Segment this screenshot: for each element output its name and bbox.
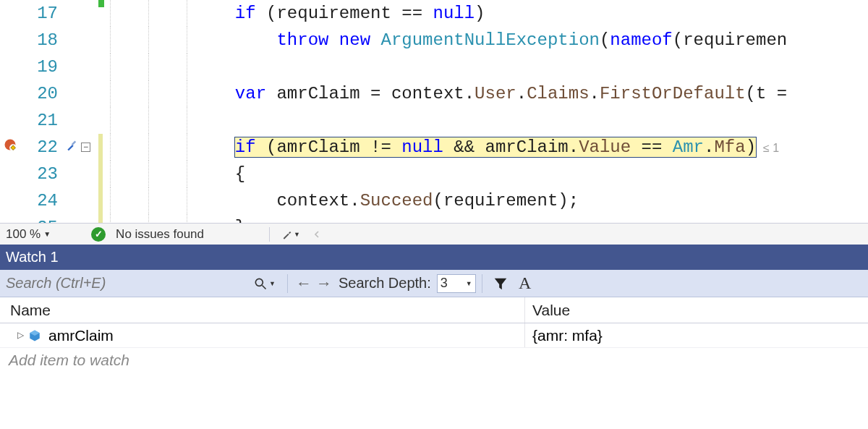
gutter[interactable] bbox=[0, 54, 20, 80]
code-line[interactable]: 20 var amrClaim = context.User.Claims.Fi… bbox=[0, 80, 868, 107]
gutter[interactable] bbox=[0, 27, 20, 54]
line-margin-icons bbox=[62, 27, 98, 54]
separator bbox=[269, 227, 270, 242]
search-depth-label: Search Depth: bbox=[339, 275, 431, 292]
line-margin-icons bbox=[62, 54, 98, 80]
check-circle-icon bbox=[91, 227, 106, 242]
code-line[interactable]: 19 bbox=[0, 54, 868, 80]
nav-prev-icon[interactable] bbox=[307, 226, 326, 243]
editor-status-bar: 100 % ▼ No issues found ▼ bbox=[0, 223, 868, 245]
svg-rect-2 bbox=[72, 141, 76, 145]
line-margin-icons bbox=[62, 0, 98, 27]
zoom-level-combo[interactable]: 100 % ▼ bbox=[1, 227, 55, 242]
codelens-elapsed[interactable]: ≤ 1 bbox=[763, 142, 779, 154]
line-number: 21 bbox=[20, 111, 62, 130]
line-number: 24 bbox=[20, 191, 62, 211]
code-line[interactable]: 17 if (requirement == null) bbox=[0, 0, 868, 27]
column-header-name[interactable]: Name bbox=[0, 297, 525, 323]
code-text[interactable]: if (amrClaim != null && amrClaim.Value =… bbox=[98, 137, 779, 157]
line-margin-icons bbox=[62, 214, 98, 223]
line-number: 22 bbox=[20, 137, 62, 157]
watch-window-title-bar[interactable]: Watch 1 bbox=[0, 245, 868, 270]
code-line[interactable]: 22− if (amrClaim != null && amrClaim.Val… bbox=[0, 134, 868, 161]
fold-toggle[interactable]: − bbox=[81, 143, 90, 152]
line-number: 23 bbox=[20, 164, 62, 184]
text-visualizer-button[interactable]: A bbox=[513, 273, 537, 293]
line-margin-icons bbox=[62, 187, 98, 214]
watch-column-headers: Name Value bbox=[0, 297, 868, 323]
issues-text: No issues found bbox=[116, 227, 204, 242]
svg-line-4 bbox=[263, 285, 266, 289]
code-line[interactable]: 24 context.Succeed(requirement); bbox=[0, 187, 868, 214]
object-icon bbox=[28, 329, 41, 342]
watch-item-name: amrClaim bbox=[48, 327, 114, 344]
line-margin-icons: − bbox=[62, 134, 98, 161]
breakpoint-current-icon[interactable] bbox=[3, 137, 17, 157]
quick-actions-icon[interactable] bbox=[65, 137, 80, 157]
code-line[interactable]: 25 } bbox=[0, 214, 868, 223]
code-line[interactable]: 23 { bbox=[0, 161, 868, 187]
code-text[interactable]: var amrClaim = context.User.Claims.First… bbox=[98, 84, 787, 103]
chevron-down-icon: ▼ bbox=[466, 280, 472, 287]
nav-forward-button[interactable]: → bbox=[314, 274, 334, 293]
code-text[interactable]: } bbox=[98, 218, 245, 223]
gutter[interactable] bbox=[0, 187, 20, 214]
code-text[interactable]: throw new ArgumentNullException(nameof(r… bbox=[98, 30, 787, 50]
code-text[interactable]: { bbox=[98, 164, 245, 184]
line-margin-icons bbox=[62, 161, 98, 187]
watch-window-title: Watch 1 bbox=[6, 249, 59, 266]
gutter[interactable] bbox=[0, 80, 20, 107]
watch-rows: ▷ amrClaim {amr: mfa} Add item to watch bbox=[0, 323, 868, 373]
zoom-level-text: 100 % bbox=[6, 227, 41, 242]
separator bbox=[482, 274, 482, 293]
line-margin-icons bbox=[62, 80, 98, 107]
gutter[interactable] bbox=[0, 161, 20, 187]
watch-row[interactable]: ▷ amrClaim {amr: mfa} bbox=[0, 323, 868, 348]
column-header-value[interactable]: Value bbox=[525, 297, 868, 323]
gutter[interactable] bbox=[0, 107, 20, 134]
watch-search-input[interactable] bbox=[0, 270, 253, 297]
line-number: 19 bbox=[20, 57, 62, 77]
code-editor[interactable]: 17 if (requirement == null)18 throw new … bbox=[0, 0, 868, 245]
line-margin-icons bbox=[62, 107, 98, 134]
separator bbox=[287, 274, 288, 293]
line-number: 20 bbox=[20, 84, 62, 103]
watch-item-value: {amr: mfa} bbox=[532, 327, 603, 344]
cleanup-icon[interactable]: ▼ bbox=[281, 226, 300, 243]
line-number: 17 bbox=[20, 4, 62, 23]
nav-back-button[interactable]: ← bbox=[294, 274, 314, 293]
code-line[interactable]: 21 bbox=[0, 107, 868, 134]
chevron-down-icon: ▼ bbox=[43, 230, 51, 238]
code-text[interactable]: context.Succeed(requirement); bbox=[98, 191, 579, 211]
search-depth-combo[interactable]: 3 ▼ bbox=[437, 274, 476, 293]
add-watch-item-input[interactable]: Add item to watch bbox=[0, 348, 868, 373]
line-number: 18 bbox=[20, 30, 62, 50]
expand-triangle-icon[interactable]: ▷ bbox=[17, 330, 24, 340]
code-line[interactable]: 18 throw new ArgumentNullException(nameo… bbox=[0, 27, 868, 54]
watch-toolbar: ▼ ← → Search Depth: 3 ▼ A bbox=[0, 270, 868, 297]
svg-point-3 bbox=[255, 279, 263, 286]
search-button[interactable]: ▼ bbox=[253, 276, 281, 291]
line-number: 25 bbox=[20, 218, 62, 223]
gutter[interactable] bbox=[0, 134, 20, 161]
filter-icon[interactable] bbox=[488, 276, 513, 292]
search-depth-value: 3 bbox=[441, 276, 448, 291]
code-text[interactable]: if (requirement == null) bbox=[98, 4, 485, 23]
gutter[interactable] bbox=[0, 0, 20, 27]
gutter[interactable] bbox=[0, 214, 20, 223]
